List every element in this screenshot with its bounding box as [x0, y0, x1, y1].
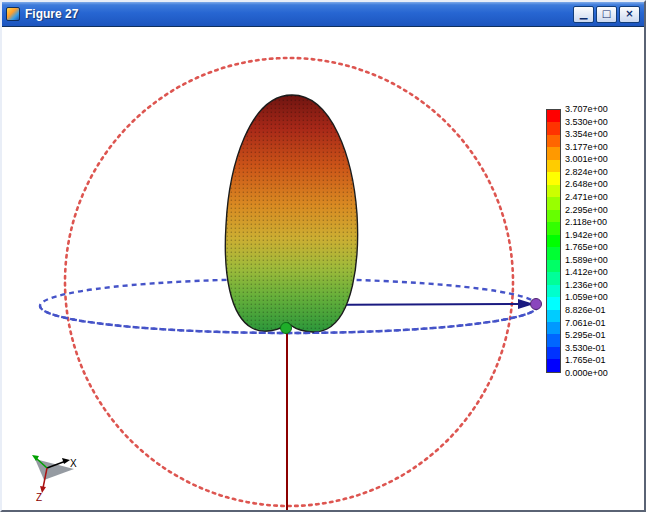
colorbar-gradient	[546, 109, 561, 373]
colorbar-segment	[547, 260, 560, 272]
colorbar-tick-label: 2.471e+00	[565, 192, 627, 202]
colorbar-segment	[547, 122, 560, 134]
colorbar-segment	[547, 222, 560, 234]
colorbar-labels: 3.707e+003.530e+003.354e+003.177e+003.00…	[565, 104, 627, 378]
colorbar-tick-label: 2.824e+00	[565, 167, 627, 177]
colorbar-segment	[547, 272, 560, 284]
minimize-button[interactable]: ▁	[573, 6, 594, 23]
colorbar-tick-label: 3.001e+00	[565, 154, 627, 164]
colorbar-segment	[547, 160, 560, 172]
colorbar-tick-label: 1.765e+00	[565, 242, 627, 252]
colorbar-segment	[547, 297, 560, 309]
colorbar-tick-label: 3.707e+00	[565, 104, 627, 114]
colorbar-segment	[547, 110, 560, 122]
colorbar-segment	[547, 210, 560, 222]
colorbar-tick-label: 1.589e+00	[565, 255, 627, 265]
colorbar-segment	[547, 147, 560, 159]
figure-window: Figure 27 ▁ □ ×	[0, 0, 646, 512]
z-axis-label: Z	[36, 492, 42, 503]
colorbar-tick-label: 5.295e-01	[565, 330, 627, 340]
colorbar-segment	[547, 359, 560, 371]
x-axis-label: X	[70, 458, 77, 469]
title-bar[interactable]: Figure 27 ▁ □ ×	[2, 2, 644, 26]
radiation-pattern-mesh-texture	[225, 95, 357, 332]
colorbar-tick-label: 3.530e+00	[565, 117, 627, 127]
colorbar-tick-label: 1.942e+00	[565, 230, 627, 240]
close-button[interactable]: ×	[619, 6, 640, 23]
colorbar-segment	[547, 185, 560, 197]
x-axis-arrowhead	[62, 458, 70, 464]
colorbar-tick-label: 1.059e+00	[565, 292, 627, 302]
colorbar-segment	[547, 247, 560, 259]
origin-marker	[281, 323, 292, 334]
colorbar-tick-label: 3.177e+00	[565, 142, 627, 152]
colorbar-segment	[547, 235, 560, 247]
colorbar-segment	[547, 285, 560, 297]
colorbar-tick-label: 1.765e-01	[565, 355, 627, 365]
colorbar-tick-label: 8.826e-01	[565, 305, 627, 315]
colorbar-tick-label: 7.061e-01	[565, 318, 627, 328]
plot-area: X Z 3.707e+003.530e+003.354e+003.177e+00…	[2, 26, 644, 510]
window-title: Figure 27	[25, 7, 573, 21]
colorbar-tick-label: 0.000e+00	[565, 368, 627, 378]
colorbar-tick-label: 3.354e+00	[565, 129, 627, 139]
colorbar-segment	[547, 347, 560, 359]
colorbar-segment	[547, 172, 560, 184]
window-controls: ▁ □ ×	[573, 6, 640, 23]
colorbar-segment	[547, 322, 560, 334]
colorbar-segment	[547, 135, 560, 147]
maximize-button[interactable]: □	[596, 6, 617, 23]
colorbar-segment	[547, 197, 560, 209]
endpoint-marker	[531, 299, 542, 310]
colorbar-tick-label: 1.236e+00	[565, 280, 627, 290]
colorbar-tick-label: 2.295e+00	[565, 205, 627, 215]
colorbar-tick-label: 1.412e+00	[565, 267, 627, 277]
colorbar-segment	[547, 334, 560, 346]
axis-triad: X Z	[32, 455, 77, 503]
figure-window-icon	[6, 7, 20, 21]
colorbar-tick-label: 2.648e+00	[565, 179, 627, 189]
colorbar-tick-label: 2.118e+00	[565, 217, 627, 227]
colorbar-segment	[547, 310, 560, 322]
colorbar-tick-label: 3.530e-01	[565, 343, 627, 353]
